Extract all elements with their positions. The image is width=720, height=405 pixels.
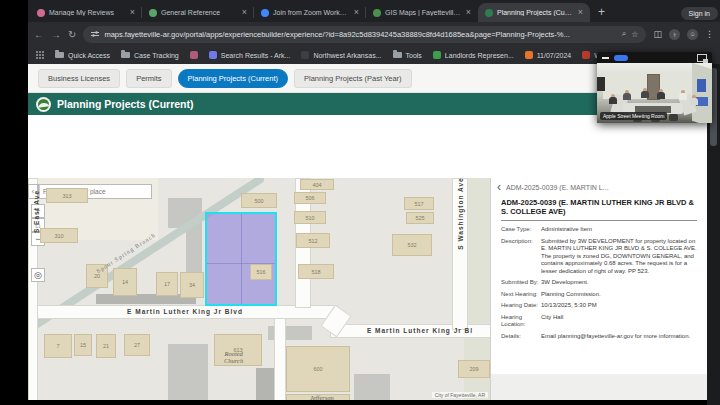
field-row: Next Hearing:Planning Commission. [501, 291, 697, 299]
browser-tab[interactable]: GIS Maps | Fayetteville, A...× [366, 3, 478, 22]
chair [669, 114, 678, 121]
building-number: 313 [62, 193, 71, 199]
tab-favicon [485, 9, 493, 17]
tab-close-icon[interactable]: × [242, 8, 247, 17]
tab-close-icon[interactable]: × [466, 8, 471, 17]
tab-close-icon[interactable]: × [578, 8, 583, 17]
map-building[interactable]: 209 [458, 360, 490, 378]
back-chevron-icon[interactable]: ‹ [497, 181, 501, 193]
map-building[interactable]: 525 [406, 212, 434, 224]
bookmark-item[interactable] [190, 51, 198, 59]
map-building[interactable]: 512 [296, 233, 330, 248]
bookmark-item[interactable]: Northwest Arkansas... [301, 51, 381, 59]
new-tab-button[interactable]: + [598, 5, 605, 19]
apps-grid-icon[interactable] [36, 51, 44, 59]
map-building[interactable]: 404 [300, 179, 334, 190]
map-building[interactable]: 21 [96, 334, 116, 358]
bookmark-label: Quick Access [68, 52, 110, 59]
browser-tab[interactable]: Planning Projects (Curren...× [478, 3, 590, 22]
details-panel: ‹ ADM-2025-0039 (E. MARTIN L... ADM-2025… [490, 178, 707, 400]
main-content: ‹ ⌕ + ⌂ − ◎ City of Fayetteville, AR 313… [28, 178, 707, 400]
bookmark-label: Tools [406, 52, 422, 59]
bookmark-item[interactable]: Landlords Represen... [433, 51, 514, 59]
pip-blue-button[interactable] [614, 55, 628, 61]
field-value: City Hall [541, 314, 697, 329]
sign-in-button[interactable]: Sign in [681, 7, 718, 20]
pip-expand-icon[interactable] [697, 54, 707, 62]
site-info-icon[interactable] [91, 30, 99, 38]
tab-close-icon[interactable]: × [354, 8, 359, 17]
map-building[interactable]: 518 [298, 264, 334, 279]
selected-parcel-highlight[interactable] [205, 212, 277, 306]
app-tab[interactable]: Planning Projects (Current) [178, 69, 288, 88]
map-building[interactable]: 14 [113, 268, 137, 296]
field-row: Description:Submitted by 3W DEVELOPMENT … [501, 238, 697, 276]
browser-tab[interactable]: Manage My Reviews× [30, 3, 142, 22]
map-building[interactable]: 516 [250, 264, 272, 280]
tab-strip: Manage My Reviews×General Reference×Join… [28, 0, 720, 22]
map-building[interactable]: 34 [180, 272, 204, 298]
building-number: 600 [313, 366, 322, 372]
search-icon[interactable]: ⌕ [622, 29, 626, 39]
tab-label: GIS Maps | Fayetteville, A... [385, 9, 462, 16]
building-number: 7 [56, 343, 59, 349]
bookmark-item[interactable]: Search Results - Ark... [209, 51, 291, 59]
pip-minimize-icon[interactable] [602, 57, 609, 59]
map-building[interactable]: 532 [392, 234, 432, 256]
url-text: maps.fayetteville-ar.gov/portal/apps/exp… [104, 30, 616, 39]
folder-icon [121, 52, 130, 58]
extensions-icon[interactable]: ⚕ [669, 29, 680, 40]
tab-label: Planning Projects (Curren... [497, 9, 574, 16]
profile-avatar[interactable]: ☺ [687, 29, 698, 40]
map-building[interactable]: 517 [404, 197, 434, 210]
field-row: Case Type:Administrative Item [501, 226, 697, 234]
map-building[interactable]: 15 [74, 334, 92, 356]
browser-menu-icon[interactable]: ⋮ [705, 29, 714, 39]
map-building[interactable]: 500 [241, 193, 277, 208]
back-icon[interactable]: ← [34, 29, 44, 40]
map-building[interactable]: 7 [44, 334, 72, 358]
url-field[interactable]: maps.fayetteville-ar.gov/portal/apps/exp… [83, 26, 646, 43]
map-building[interactable]: 17 [156, 272, 178, 296]
tab-favicon [149, 9, 157, 17]
tab-close-icon[interactable]: × [130, 8, 135, 17]
app-tab[interactable]: Permits [126, 69, 171, 88]
pip-toolbar [597, 52, 712, 63]
panel-fields: Case Type:Administrative ItemDescription… [501, 226, 697, 340]
site-favicon [525, 51, 533, 59]
reload-icon[interactable]: ↻ [68, 29, 76, 40]
app-tab[interactable]: Planning Projects (Past Year) [294, 69, 412, 88]
building-number: 15 [80, 342, 86, 348]
person [679, 90, 687, 100]
bookmark-item[interactable]: Quick Access [55, 52, 110, 59]
browser-tab[interactable]: Join from Zoom Workpla...× [254, 3, 366, 22]
field-row: Hearing Location:City Hall [501, 314, 697, 329]
map-building[interactable]: 600 [286, 346, 350, 392]
browser-tab[interactable]: General Reference× [142, 3, 254, 22]
details-header-title: ADM-2025-0039 (E. MARTIN L... [506, 184, 609, 191]
side-panel-icon[interactable]: ◫ [653, 29, 662, 39]
address-bar: ← → ↻ maps.fayetteville-ar.gov/portal/ap… [28, 22, 720, 46]
bookmark-item[interactable]: Case Tracking [121, 52, 179, 59]
tab-favicon [261, 9, 269, 17]
field-value: Administrative Item [541, 226, 697, 234]
bookmark-item[interactable]: 11/07/2024 [525, 51, 572, 59]
forward-icon[interactable]: → [51, 29, 61, 40]
app-tab[interactable]: Business Licenses [38, 69, 120, 88]
zoom-meeting-pip[interactable]: Apple Street Meeting Room [597, 52, 712, 123]
map-canvas[interactable]: ‹ ⌕ + ⌂ − ◎ City of Fayetteville, AR 313… [28, 178, 490, 400]
map-building[interactable]: 27 [124, 334, 150, 356]
map-attribution: City of Fayetteville, AR [432, 392, 488, 398]
bookmark-item[interactable]: Tools [393, 52, 422, 59]
site-favicon [209, 51, 217, 59]
map-building[interactable]: 313 [46, 188, 88, 203]
map-building[interactable]: 510 [294, 211, 326, 224]
building-number: 34 [189, 282, 195, 288]
field-row: Details:Email planning@fayetteville-ar.g… [501, 333, 697, 341]
bookmark-items: Quick AccessCase TrackingSearch Results … [55, 51, 661, 59]
locate-button[interactable]: ◎ [31, 268, 45, 282]
bookmark-star-icon[interactable]: ☆ [631, 30, 638, 39]
map-building[interactable]: 310 [40, 228, 78, 243]
building-number: 14 [122, 279, 128, 285]
map-building[interactable]: 506 [294, 192, 326, 204]
